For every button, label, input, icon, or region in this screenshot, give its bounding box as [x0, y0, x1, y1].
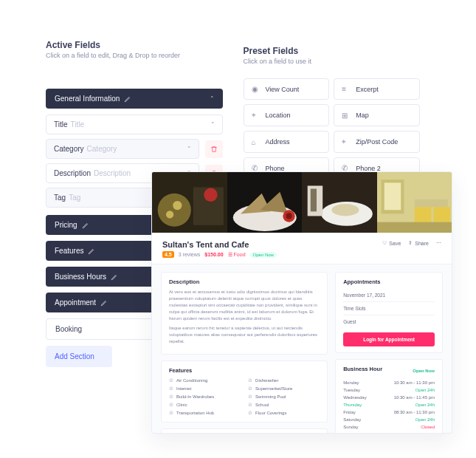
feature-item: Air Conditioning [169, 377, 241, 383]
eye-icon: ◉ [252, 85, 261, 93]
more-button[interactable]: ⋯ [436, 240, 441, 246]
features-card: Features Air ConditioningDishwasherInter… [161, 360, 328, 423]
svg-rect-17 [384, 182, 401, 210]
section-label: Pricing [55, 221, 77, 229]
description-heading: Description [169, 278, 320, 285]
preset-field-view-count[interactable]: ◉View Count [244, 78, 330, 100]
hours-heading: Business Hour [343, 366, 382, 372]
add-section-button[interactable]: Add Section [46, 346, 112, 367]
hours-day: Friday [343, 410, 356, 414]
hours-value: 10:30 am - 11:30 pm [394, 380, 435, 385]
feature-item: Floor Coverings [248, 410, 320, 416]
description-text: At vero eos et accusamus et iusto odio d… [169, 289, 320, 322]
review-count: 3 reviews [179, 252, 201, 257]
listing-price: $150.00 [204, 252, 223, 257]
listing-preview-card: Sultan's Tent and Cafe 4.5 3 reviews $15… [151, 171, 452, 434]
field-row-title[interactable]: TitleTitle ˅ [46, 115, 223, 134]
appointment-card: Appointments November 17, 2021 Time Slot… [335, 272, 443, 353]
appointment-heading: Appointments [343, 278, 435, 285]
hours-value: Closed [421, 425, 435, 429]
feature-item: Transportation Hub [169, 410, 241, 416]
feature-item: Internet [169, 386, 241, 392]
chevron-up-icon: ˄ [210, 95, 214, 103]
section-general-information[interactable]: General Information ˄ [46, 89, 223, 109]
svg-rect-19 [433, 207, 450, 222]
listing-title: Sultan's Tent and Cafe [162, 240, 277, 249]
hours-row: Friday08:30 am - 11:30 pm [343, 409, 435, 416]
section-label: Appointment [55, 298, 96, 307]
share-icon: ⇪ [408, 240, 413, 246]
pencil-icon [124, 95, 131, 103]
category-icon: ☰ [228, 252, 232, 257]
preset-field-address[interactable]: ⌂Address [244, 131, 330, 153]
listing-gallery [152, 172, 452, 233]
svg-point-1 [158, 194, 191, 227]
svg-point-12 [332, 204, 359, 216]
description-card: Description At vero eos et accusamus et … [161, 272, 328, 355]
svg-point-9 [286, 213, 292, 219]
hours-row: TuesdayOpen 24h [343, 386, 435, 394]
login-appointment-button[interactable]: Login for Appointment [343, 332, 435, 346]
active-fields-title: Active Fields [46, 40, 223, 50]
location-icon: ⌖ [252, 111, 261, 120]
svg-point-5 [204, 188, 217, 202]
preset-field-location[interactable]: ⌖Location [244, 104, 330, 126]
hours-day: Sunday [343, 425, 358, 429]
chevron-down-icon: ˅ [211, 121, 215, 129]
hours-row: ThursdayOpen 24h [343, 401, 435, 409]
svg-point-3 [166, 211, 173, 218]
gallery-thumb[interactable] [302, 172, 377, 233]
field-row-category[interactable]: CategoryCategory ˅ [46, 139, 223, 159]
gallery-thumb[interactable] [227, 172, 303, 233]
field-label: Category [54, 145, 84, 153]
section-label: Business Hours [55, 273, 106, 281]
preset-field-map[interactable]: ⊞Map [334, 104, 420, 126]
preset-label: Map [356, 112, 369, 119]
excerpt-icon: ≡ [342, 85, 351, 93]
preset-label: Location [266, 112, 291, 119]
map-icon: ⊞ [342, 112, 351, 120]
feature-item: School [248, 402, 320, 408]
hours-value: 10:30 am - 11:45 pm [394, 395, 435, 400]
gallery-thumb[interactable] [377, 172, 452, 233]
feature-item: Clinic [169, 402, 241, 408]
hours-day: Wednesday [343, 395, 367, 400]
hours-row: Wednesday10:30 am - 11:45 pm [343, 394, 435, 401]
pencil-icon [111, 273, 118, 281]
field-label: Description [54, 169, 91, 177]
listing-category: Food [234, 252, 246, 257]
preset-field-zip-post-code[interactable]: ⌖Zip/Post Code [334, 131, 420, 153]
preset-label: Address [266, 138, 290, 146]
hours-value: Open 24h [415, 388, 435, 392]
preset-label: Zip/Post Code [356, 138, 398, 146]
share-button[interactable]: ⇪Share [408, 240, 429, 246]
appointment-guest[interactable]: Guest [343, 315, 435, 328]
address-icon: ⌂ [252, 138, 261, 146]
svg-point-2 [173, 201, 182, 210]
active-fields-subtitle: Click on a field to edit, Drag & Drop to… [46, 52, 223, 59]
delete-field-button[interactable] [205, 140, 223, 158]
field-placeholder: Category [87, 145, 117, 153]
preset-fields-subtitle: Click on a field to use it [244, 58, 421, 65]
svg-rect-14 [311, 189, 317, 212]
svg-rect-18 [414, 207, 431, 222]
section-label: General Information [55, 95, 120, 103]
trash-icon [210, 146, 218, 153]
section-label: Booking [55, 325, 82, 333]
appointment-date[interactable]: November 17, 2021 [343, 289, 435, 302]
description-text: Itaque earum rerum hic tenetur a sapient… [169, 325, 320, 345]
svg-rect-21 [377, 222, 452, 233]
hours-row: Monday10:30 am - 11:30 pm [343, 379, 435, 386]
heart-icon: ♡ [382, 240, 387, 246]
open-now-label: Open Now [413, 369, 435, 373]
hours-value: 08:30 am - 11:30 pm [394, 410, 435, 414]
gallery-thumb[interactable] [152, 172, 227, 233]
preset-field-excerpt[interactable]: ≡Excerpt [334, 78, 420, 100]
preset-label: Phone 2 [356, 165, 381, 172]
appointment-slots[interactable]: Time Slots [343, 302, 435, 315]
listing-meta: 4.5 3 reviews $150.00 ☰ Food Open Now [162, 251, 277, 258]
hours-day: Monday [343, 380, 359, 385]
feature-item: Swimming Pool [248, 394, 320, 400]
save-button[interactable]: ♡Save [382, 240, 401, 246]
preset-fields-title: Preset Fields [244, 46, 421, 56]
